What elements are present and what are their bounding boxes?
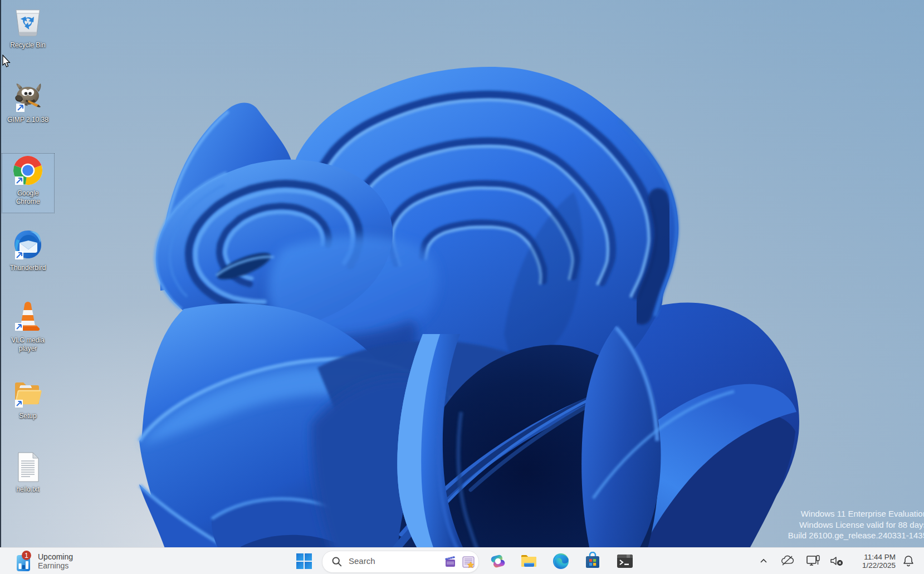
svg-text:1: 1 xyxy=(25,551,28,559)
